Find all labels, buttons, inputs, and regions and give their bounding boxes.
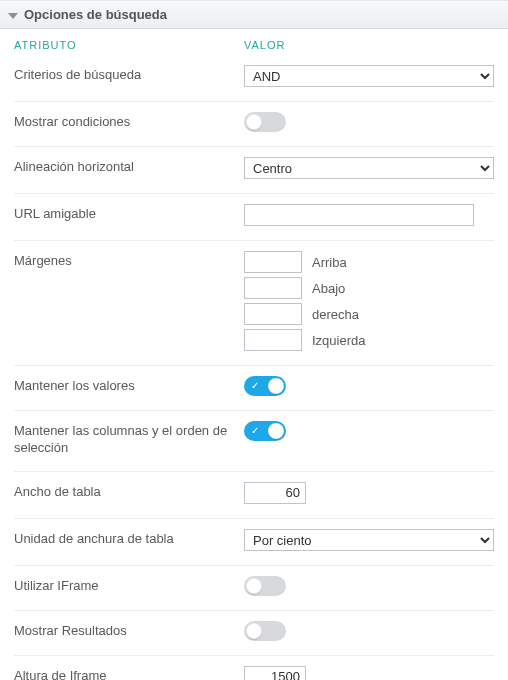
row-iframe-height: Altura de Iframe <box>14 656 494 680</box>
row-search-criteria: Criterios de búsqueda AND <box>14 55 494 102</box>
check-icon: ✓ <box>251 379 259 393</box>
row-keep-columns: Mantener las columnas y el orden de sele… <box>14 411 494 472</box>
label-use-iframe: Utilizar IFrame <box>14 576 244 595</box>
label-margin-bottom: Abajo <box>312 281 345 296</box>
collapse-triangle-icon <box>8 13 18 19</box>
toggle-knob <box>268 423 284 439</box>
label-show-results: Mostrar Resultados <box>14 621 244 640</box>
select-horizontal-align[interactable]: Centro <box>244 157 494 179</box>
row-width-unit: Unidad de anchura de tabla Por ciento <box>14 519 494 566</box>
toggle-keep-columns[interactable]: ✓ <box>244 421 286 441</box>
row-use-iframe: Utilizar IFrame ✓ <box>14 566 494 611</box>
input-margin-bottom[interactable] <box>244 277 302 299</box>
row-friendly-url: URL amigable <box>14 194 494 241</box>
toggle-show-conditions[interactable]: ✓ <box>244 112 286 132</box>
label-margin-right: derecha <box>312 307 359 322</box>
panel-title: Opciones de búsqueda <box>24 7 167 22</box>
toggle-knob <box>246 623 262 639</box>
input-iframe-height[interactable] <box>244 666 306 680</box>
input-table-width[interactable] <box>244 482 306 504</box>
label-keep-values: Mantener los valores <box>14 376 244 395</box>
label-keep-columns: Mantener las columnas y el orden de sele… <box>14 421 244 457</box>
row-keep-values: Mantener los valores ✓ <box>14 366 494 411</box>
label-width-unit: Unidad de anchura de tabla <box>14 529 244 548</box>
search-options-panel: Opciones de búsqueda ATRIBUTO VALOR Crit… <box>0 0 508 680</box>
toggle-knob <box>246 114 262 130</box>
row-table-width: Ancho de tabla <box>14 472 494 519</box>
label-margin-left: Izquierda <box>312 333 365 348</box>
panel-header[interactable]: Opciones de búsqueda <box>0 0 508 29</box>
check-icon: ✓ <box>251 424 259 438</box>
toggle-knob <box>268 378 284 394</box>
label-horizontal-align: Alineación horizontal <box>14 157 244 176</box>
select-search-criteria[interactable]: AND <box>244 65 494 87</box>
input-friendly-url[interactable] <box>244 204 474 226</box>
input-margin-top[interactable] <box>244 251 302 273</box>
label-show-conditions: Mostrar condiciones <box>14 112 244 131</box>
toggle-knob <box>246 578 262 594</box>
toggle-keep-values[interactable]: ✓ <box>244 376 286 396</box>
label-margins: Márgenes <box>14 251 244 270</box>
toggle-use-iframe[interactable]: ✓ <box>244 576 286 596</box>
row-show-conditions: Mostrar condiciones ✓ <box>14 102 494 147</box>
toggle-show-results[interactable]: ✓ <box>244 621 286 641</box>
row-horizontal-align: Alineación horizontal Centro <box>14 147 494 194</box>
input-margin-left[interactable] <box>244 329 302 351</box>
row-margins: Márgenes Arriba Abajo derecha Izquierda <box>14 241 494 366</box>
input-margin-right[interactable] <box>244 303 302 325</box>
column-attribute: ATRIBUTO <box>14 39 244 51</box>
label-search-criteria: Criterios de búsqueda <box>14 65 244 84</box>
column-headers: ATRIBUTO VALOR <box>0 29 508 55</box>
row-show-results: Mostrar Resultados ✓ <box>14 611 494 656</box>
label-margin-top: Arriba <box>312 255 347 270</box>
select-width-unit[interactable]: Por ciento <box>244 529 494 551</box>
label-friendly-url: URL amigable <box>14 204 244 223</box>
label-table-width: Ancho de tabla <box>14 482 244 501</box>
column-value: VALOR <box>244 39 494 51</box>
label-iframe-height: Altura de Iframe <box>14 666 244 680</box>
